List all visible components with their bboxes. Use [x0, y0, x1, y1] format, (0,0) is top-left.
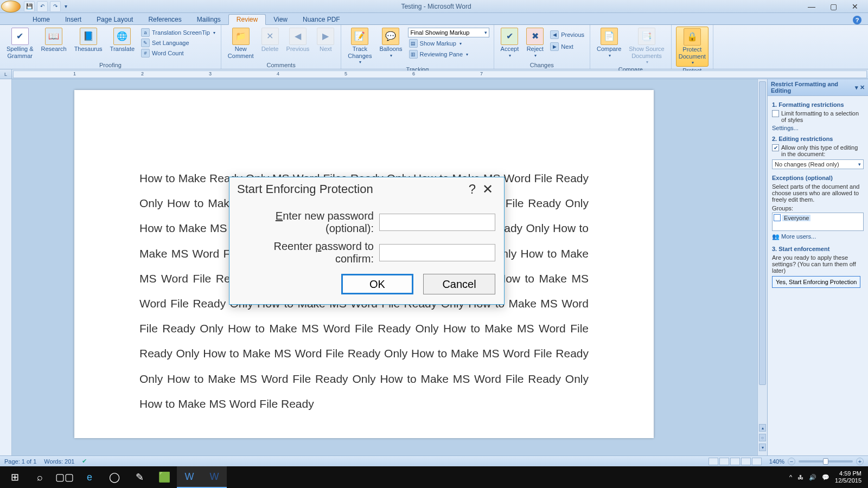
pane-close-icon[interactable]: ✕ [860, 84, 865, 91]
clock[interactable]: 4:59 PM 12/5/2015 [835, 470, 861, 484]
status-bar: Page: 1 of 1 Words: 201 ✔ 140% − + [0, 455, 868, 466]
horizontal-ruler: L 1234567 [0, 69, 868, 79]
show-source-button[interactable]: 📑Show Source Documents▾ [627, 27, 666, 66]
office-button[interactable] [1, 1, 21, 12]
dialog-help-icon[interactable]: ? [465, 182, 479, 197]
cancel-button[interactable]: Cancel [423, 274, 495, 294]
start-enforcing-button[interactable]: Yes, Start Enforcing Protection [772, 276, 860, 288]
thesaurus-icon: 📘 [80, 28, 97, 45]
word-taskbar-icon[interactable]: W [202, 466, 227, 488]
network-icon[interactable]: 🖧 [797, 474, 803, 480]
show-markup-button[interactable]: ▤Show Markup▾ [408, 38, 489, 48]
confirm-password-input[interactable] [379, 244, 495, 261]
tab-insert[interactable]: Insert [58, 15, 89, 24]
spelling-grammar-button[interactable]: ✔Spelling & Grammar [4, 27, 36, 60]
save-icon[interactable]: 💾 [24, 1, 35, 12]
delete-comment-button[interactable]: ✕Delete [259, 27, 281, 54]
tab-mailings[interactable]: Mailings [189, 15, 228, 24]
app-icon-1[interactable]: ✎ [127, 466, 152, 488]
zoom-slider[interactable] [799, 460, 853, 463]
app-icon-2[interactable]: 🟩 [152, 466, 177, 488]
dialog-close-icon[interactable]: ✕ [479, 182, 496, 197]
track-changes-button[interactable]: 📝Track Changes▾ [346, 27, 374, 66]
word-2007-taskbar-icon[interactable]: W [177, 466, 202, 488]
draft-view-button[interactable] [752, 458, 762, 465]
set-language-button[interactable]: ✎Set Language [140, 38, 216, 48]
next-icon: ▶ [317, 28, 334, 45]
page-indicator[interactable]: Page: 1 of 1 [4, 458, 36, 465]
ruler-scale[interactable]: 1234567 [13, 70, 867, 78]
reviewing-pane-button[interactable]: ▥Reviewing Pane▾ [408, 49, 489, 59]
undo-icon[interactable]: ↶ [37, 1, 48, 12]
word-count-button[interactable]: #Word Count [140, 48, 216, 58]
start-button[interactable]: ⊞ [2, 466, 27, 488]
translate-button[interactable]: 🌐Translate [108, 27, 137, 54]
title-bar: 💾 ↶ ↷ ▾ Testing - Microsoft Word — ▢ ✕ [0, 0, 868, 13]
display-for-review-dropdown[interactable]: Final Showing Markup [408, 28, 489, 37]
pane-dropdown-icon[interactable]: ▾ [855, 84, 858, 91]
compare-icon: 📄 [601, 28, 618, 45]
chrome-icon[interactable]: ◯ [102, 466, 127, 488]
previous-comment-button[interactable]: ◀Previous [284, 27, 312, 54]
edge-icon[interactable]: e [77, 466, 102, 488]
show-source-icon: 📑 [638, 28, 655, 45]
print-layout-view-button[interactable] [709, 458, 718, 465]
scrollbar-thumb[interactable] [759, 81, 766, 385]
research-button[interactable]: 📖Research [39, 27, 69, 54]
allow-editing-checkbox[interactable]: ✔Allow only this type of editing in the … [772, 144, 864, 157]
limit-formatting-checkbox[interactable]: Limit formatting to a selection of style… [772, 110, 864, 123]
settings-link[interactable]: Settings... [772, 125, 864, 131]
thesaurus-button[interactable]: 📘Thesaurus [72, 27, 105, 54]
tab-references[interactable]: References [141, 15, 189, 24]
ribbon-tabs: Home Insert Page Layout References Maili… [0, 13, 868, 25]
editing-type-dropdown[interactable]: No changes (Read only) [772, 159, 864, 169]
group-everyone[interactable]: Everyone [782, 215, 810, 221]
next-comment-button[interactable]: ▶Next [315, 27, 336, 54]
tab-nuance-pdf[interactable]: Nuance PDF [295, 15, 348, 24]
ok-button[interactable]: OK [341, 274, 413, 294]
scroll-up-icon[interactable]: ▴ [759, 424, 766, 432]
scroll-down-icon[interactable]: ▾ [759, 444, 766, 451]
tab-review[interactable]: Review [228, 14, 266, 25]
task-view-button[interactable]: ▢▢ [52, 466, 77, 488]
previous-change-button[interactable]: ◀Previous [549, 30, 585, 40]
search-button[interactable]: ⌕ [27, 466, 52, 488]
tab-view[interactable]: View [266, 15, 295, 24]
zoom-level[interactable]: 140% [769, 458, 784, 465]
reject-button[interactable]: ✖Reject▾ [524, 27, 546, 59]
next-change-button[interactable]: ▶Next [549, 42, 585, 52]
proof-status-icon[interactable]: ✔ [82, 458, 87, 465]
volume-icon[interactable]: 🔊 [809, 474, 816, 481]
compare-button[interactable]: 📄Compare▾ [595, 27, 623, 59]
enforcement-description: Are you ready to apply these settings? (… [772, 254, 864, 274]
password-input[interactable] [379, 214, 495, 231]
zoom-in-button[interactable]: + [856, 458, 864, 465]
tab-page-layout[interactable]: Page Layout [89, 15, 141, 24]
action-center-icon[interactable]: 💬 [822, 474, 829, 481]
groups-listbox[interactable]: Everyone [772, 213, 864, 231]
screentip-icon: a [141, 28, 150, 37]
word-count-indicator[interactable]: Words: 201 [44, 458, 74, 465]
qat-customize-icon[interactable]: ▾ [63, 1, 68, 12]
vertical-scrollbar[interactable]: ▴ ○ ▾ [757, 79, 767, 462]
balloons-button[interactable]: 💬Balloons▾ [377, 27, 404, 59]
tray-chevron-icon[interactable]: ^ [789, 474, 792, 480]
outline-view-button[interactable] [741, 458, 751, 465]
full-screen-view-button[interactable] [719, 458, 729, 465]
more-users-link[interactable]: 👥More users... [772, 233, 864, 240]
protect-document-button[interactable]: 🔒Protect Document▾ [676, 27, 709, 67]
close-button[interactable]: ✕ [847, 1, 863, 12]
zoom-out-button[interactable]: − [788, 458, 795, 465]
help-icon[interactable]: ? [853, 16, 861, 24]
accept-button[interactable]: ✔Accept▾ [499, 27, 521, 59]
browse-object-icon[interactable]: ○ [759, 434, 766, 441]
maximize-button[interactable]: ▢ [826, 1, 841, 12]
minimize-button[interactable]: — [804, 1, 819, 12]
tab-home[interactable]: Home [25, 15, 58, 24]
new-comment-button[interactable]: 📁New Comment [226, 27, 256, 60]
section-editing-restrictions: 2. Editing restrictions [772, 136, 864, 142]
translation-screentip-button[interactable]: aTranslation ScreenTip▾ [140, 28, 216, 37]
show-markup-icon: ▤ [409, 39, 418, 48]
web-layout-view-button[interactable] [730, 458, 740, 465]
redo-icon[interactable]: ↷ [50, 1, 61, 12]
